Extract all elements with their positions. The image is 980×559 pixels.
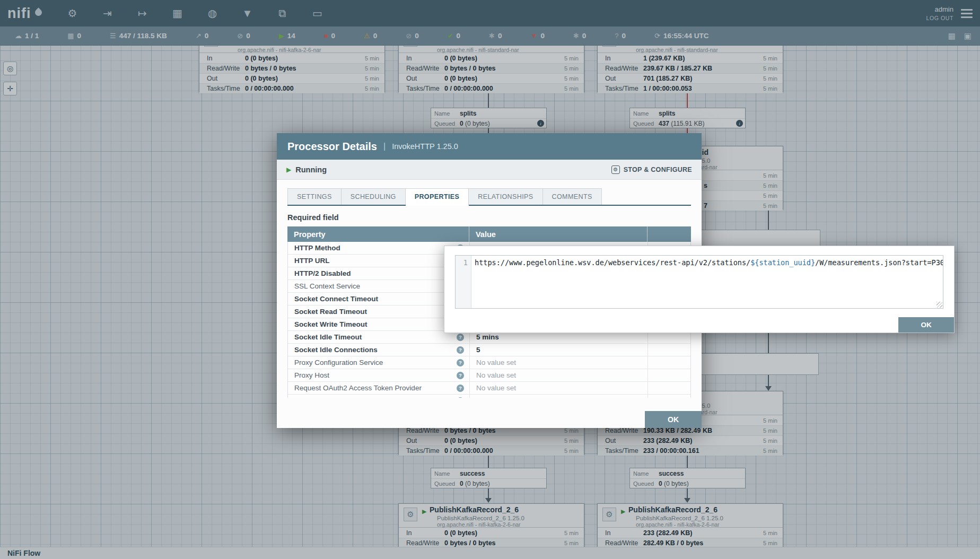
running-status-icon: ▶: [286, 166, 291, 173]
property-name-cell: Proxy Configuration Service?: [288, 356, 469, 369]
property-name: Socket Write Timeout: [294, 320, 368, 328]
url-text: /W/measurements.json?start=P30D: [815, 258, 943, 267]
value-editor-box: 1 https://www.pegelonline.wsv.de/webserv…: [455, 255, 943, 309]
property-name: Socket Connect Timeout: [294, 295, 378, 303]
property-name: Socket Read Timeout: [294, 308, 367, 316]
column-value: Value: [469, 226, 647, 242]
property-name-cell: Socket Connect Timeout?: [288, 293, 469, 305]
column-extra: [647, 226, 691, 242]
help-icon[interactable]: ?: [457, 346, 464, 354]
tab-comments[interactable]: COMMENTS: [543, 188, 602, 205]
property-name: HTTP/2 Disabled: [294, 269, 351, 277]
property-name-cell: SSL Context Service?: [288, 280, 469, 292]
help-icon[interactable]: ?: [457, 385, 464, 392]
property-name-cell: Socket Write Timeout?: [288, 318, 469, 330]
property-name: Proxy Host: [294, 371, 329, 379]
resize-handle-icon[interactable]: [937, 302, 942, 308]
property-value-cell[interactable]: No value set: [469, 395, 648, 398]
line-number-gutter: 1: [456, 256, 471, 308]
stop-configure-button[interactable]: ⚙ STOP & CONFIGURE: [611, 165, 692, 174]
property-value-cell[interactable]: 5: [469, 344, 648, 356]
property-name-cell: HTTP/2 Disabled?: [288, 267, 469, 280]
tab-properties[interactable]: PROPERTIES: [406, 188, 469, 206]
help-icon[interactable]: ?: [457, 334, 464, 341]
property-name: HTTP URL: [294, 257, 330, 265]
property-name: SSL Context Service: [294, 282, 360, 290]
property-row[interactable]: Request OAuth2 Access Token Provider?No …: [288, 382, 690, 395]
el-expression-token: ${station_uuid}: [750, 258, 815, 267]
dialog-title: Processor Details: [287, 141, 377, 153]
column-property: Property: [287, 226, 469, 242]
property-name: HTTP Method: [294, 244, 340, 252]
help-icon[interactable]: ?: [457, 372, 464, 379]
dialog-header: Processor Details | InvokeHTTP 1.25.0: [277, 133, 702, 160]
property-row[interactable]: ?No value set: [288, 395, 690, 398]
property-name: Socket Idle Connections: [294, 346, 378, 354]
dialog-tabs: SETTINGSSCHEDULINGPROPERTIESRELATIONSHIP…: [287, 188, 691, 206]
property-value-cell[interactable]: No value set: [469, 369, 648, 381]
property-row[interactable]: Proxy Host?No value set: [288, 369, 690, 382]
property-value-editor: 1 https://www.pegelonline.wsv.de/webserv…: [444, 246, 955, 333]
stop-configure-icon: ⚙: [611, 165, 620, 174]
property-extra-cell: [648, 369, 690, 381]
tab-scheduling[interactable]: SCHEDULING: [342, 188, 406, 205]
property-name: Socket Idle Timeout: [294, 333, 362, 341]
property-name-cell: HTTP Method?: [288, 242, 469, 254]
property-name: Request OAuth2 Access Token Provider: [294, 384, 422, 392]
property-extra-cell: [648, 344, 690, 356]
property-extra-cell: [648, 382, 690, 394]
property-name-cell: Socket Read Timeout?: [288, 305, 469, 318]
required-field-legend: Required field: [287, 213, 691, 222]
properties-table-header: Property Value: [287, 226, 691, 242]
property-name-cell: Proxy Host?: [288, 369, 469, 381]
help-icon[interactable]: ?: [457, 359, 464, 366]
dialog-subtitle: InvokeHTTP 1.25.0: [392, 142, 458, 151]
dialog-title-separator: |: [383, 142, 386, 151]
nifi-app: ◎ ✛ ⚙org.apache.nifi - nifi-kafka-2-6-na…: [0, 0, 980, 559]
property-name: Proxy Configuration Service: [294, 359, 383, 366]
property-row[interactable]: Proxy Configuration Service?No value set: [288, 356, 690, 369]
property-name-cell: Request OAuth2 Access Token Provider?: [288, 382, 469, 394]
stop-configure-label: STOP & CONFIGURE: [624, 166, 692, 173]
property-name-cell: Socket Idle Connections?: [288, 344, 469, 356]
property-row[interactable]: Socket Idle Connections?5: [288, 344, 690, 356]
tab-settings[interactable]: SETTINGS: [287, 188, 342, 205]
property-value-cell[interactable]: No value set: [469, 356, 648, 369]
property-name-cell: HTTP URL?: [288, 255, 469, 267]
property-name-cell: ?: [288, 395, 469, 398]
help-icon[interactable]: ?: [457, 397, 464, 398]
dialog-ok-button[interactable]: OK: [645, 411, 702, 428]
property-extra-cell: [648, 356, 690, 369]
property-extra-cell: [648, 395, 690, 398]
property-value-cell[interactable]: No value set: [469, 382, 648, 394]
property-name-cell: Socket Idle Timeout?: [288, 331, 469, 343]
running-status-label: Running: [295, 165, 327, 174]
tab-relationships[interactable]: RELATIONSHIPS: [469, 188, 542, 205]
editor-ok-button[interactable]: OK: [898, 317, 954, 333]
url-text: https://www.pegelonline.wsv.de/webservic…: [475, 258, 750, 267]
dialog-status-row: ▶ Running ⚙ STOP & CONFIGURE: [277, 160, 702, 180]
value-editor-input[interactable]: https://www.pegelonline.wsv.de/webservic…: [471, 256, 943, 308]
line-number: 1: [463, 258, 468, 267]
